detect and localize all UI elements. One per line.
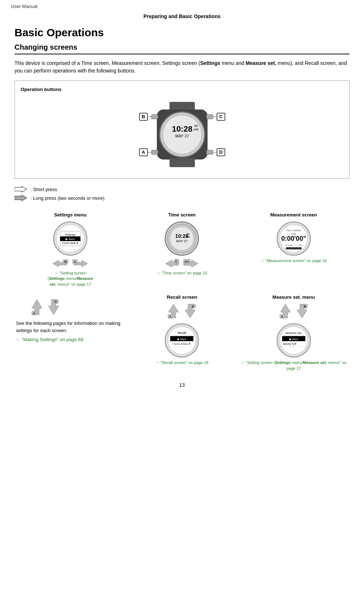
svg-text:Activity Ty▼: Activity Ty▼ [283,343,297,346]
measure-set-label: Measure set. menu [272,294,315,300]
phone-icon-1: ☞ [55,271,58,275]
svg-rect-10 [151,115,158,119]
time-screen-ref: ☞ "Time screen" on page 15 [157,270,207,276]
svg-text:A/C: A/C [185,260,190,263]
short-press-item: : Short press [14,186,350,193]
svg-rect-8 [170,158,195,167]
svg-text:B: B [304,305,306,308]
svg-text:☆ 11/11  8.62㎞▼: ☆ 11/11 8.62㎞▼ [171,343,191,345]
svg-marker-25 [14,186,27,192]
svg-text:D: D [219,149,222,155]
svg-text:AM: AM [186,236,190,238]
svg-text:A: A [281,315,284,318]
recall-screen: Recall ▶ Back ☆ 11/11 8.62㎞▼ [164,322,200,359]
measure-set-screen: Measure set. ▶ Back Activity Ty▼ [276,322,312,359]
short-press-label: : Short press [30,187,57,192]
recall-screen-ref: ☞ "Recall screen" on page 18 [156,360,209,365]
settings-menu-screen: Settings ▶ Back Comm.Settir▼ [52,220,88,257]
measurement-screen-ref: ☞ "Measurement screen" on page 16 [261,258,327,264]
operation-box: Operation buttons 10:28 39 AM MAY 27 [14,80,350,179]
long-press-item: : Long press (two seconds or more) [14,195,350,201]
svg-text:Comm.Settir▼: Comm.Settir▼ [62,242,79,244]
measurement-screen-label: Measurement screen [270,212,317,218]
svg-rect-11 [206,115,213,119]
svg-text:D: D [192,305,194,308]
recall-a-up-arrow: A [167,303,180,319]
svg-text:B: B [142,114,145,119]
time-ac-arrow-right: A/C [182,258,200,269]
svg-text:A: A [33,311,35,315]
short-press-arrow-icon [14,186,27,193]
bottom-left-cell: A D See the following pages for informat… [14,291,126,375]
svg-text:A: A [142,149,145,155]
time-c-arrow-left: C [164,258,180,269]
measurement-screen-cell: Measurement screen Dist. 0.000km SPlit 0… [238,208,350,291]
making-settings-link: ☞ "Making Settings" on page 68 [16,337,83,342]
svg-text:C: C [175,260,178,263]
intro-text: This device is comprised of a Time scree… [14,59,350,75]
svg-text:B: B [64,260,67,264]
page-number: 13 [14,382,350,395]
measure-a-up-arrow: A [279,303,292,319]
svg-text:MAY 27: MAY 27 [175,134,189,138]
recall-screen-label: Recall screen [167,294,197,300]
svg-text:▶ Back: ▶ Back [177,338,187,341]
bottom-left-text: See the following pages for information … [16,320,125,334]
svg-marker-26 [14,195,27,201]
measurement-screen: Dist. 0.000km SPlit 0:00'00" Av.Pace — —… [276,220,312,257]
section-title: Preparing and Basic Operations [11,13,353,19]
svg-text:Settings: Settings [65,233,76,236]
time-screen-cell: Time screen 10:28 39 AM MAY 27 C [126,208,238,291]
recall-d-down-arrow: D [184,303,197,319]
settings-menu-ref: ☞ "Setting screen(Settings menu/Measures… [47,270,93,287]
time-screen-label: Time screen [168,212,196,218]
settings-menu-label: Settings menu [54,212,87,218]
settings-a-arrow: A [72,258,90,269]
svg-text:39: 39 [187,233,190,235]
section-heading: Changing screens [14,43,350,54]
svg-text:Av.Pace — — /km: Av.Pace — — /km [285,244,302,246]
svg-text:D: D [55,300,57,303]
measure-set-ref: ☞ "Setting screen (Settings menu/Measure… [239,360,348,371]
svg-text:C: C [219,114,223,119]
long-press-label: : Long press (two seconds or more) [30,195,104,201]
svg-text:AM: AM [193,128,198,131]
chapter-title: Basic Operations [14,26,350,39]
svg-text:Recall: Recall [178,331,187,335]
svg-text:▶ Back: ▶ Back [289,338,298,341]
measure-set-cell: Measure set. menu A B Measure set. [238,291,350,375]
svg-rect-59 [286,247,302,249]
svg-text:A: A [169,315,172,318]
svg-text:▶ Back: ▶ Back [66,237,75,241]
bottom-d-down-arrow: D [47,298,60,316]
long-press-arrow-icon [14,195,27,201]
svg-text:A: A [74,260,76,264]
svg-rect-12 [206,150,213,154]
press-legend: : Short press : Long press (two seconds … [14,186,350,201]
svg-rect-9 [151,150,158,154]
bottom-a-up-arrow: A [30,298,43,316]
svg-text:0:00'00": 0:00'00" [281,235,306,242]
svg-text:MAY 27: MAY 27 [176,239,188,243]
svg-text:Dist.   0.000km: Dist. 0.000km [286,229,301,232]
svg-text:10:28: 10:28 [172,124,192,133]
time-screen: 10:28 39 AM MAY 27 [164,220,200,257]
watch-diagram: 10:28 39 AM MAY 27 B [117,96,247,173]
screens-bottom-grid: A D See the following pages for informat… [14,291,350,375]
user-manual-label: User Manual [11,4,353,9]
settings-b-arrow: B [51,258,69,269]
recall-screen-cell: Recall screen A D Recall [126,291,238,375]
settings-menu-cell: Settings menu Settings ▶ Back Comm.Setti… [14,208,126,291]
svg-text:39: 39 [194,124,197,128]
operation-box-title: Operation buttons [21,87,343,92]
measure-b-down-arrow: B [296,303,309,319]
svg-text:Measure set.: Measure set. [285,331,302,335]
screens-top-grid: Settings menu Settings ▶ Back Comm.Setti… [14,208,350,291]
